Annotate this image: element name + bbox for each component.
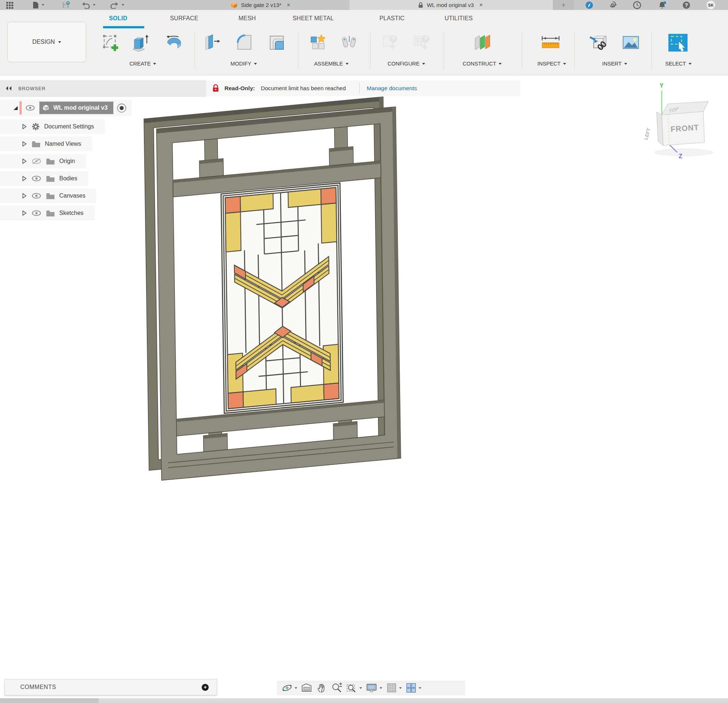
group-construct[interactable]: CONSTRUCT xyxy=(453,61,511,66)
construct-plane-button[interactable] xyxy=(472,31,493,54)
job-status-button[interactable] xyxy=(632,0,642,10)
readonly-lock-icon xyxy=(212,84,220,93)
add-comment-icon[interactable]: + xyxy=(202,684,209,691)
notifications-button[interactable] xyxy=(657,0,667,10)
document-tab-wl-mod[interactable]: WL mod original v3 ✕ xyxy=(350,0,553,10)
user-avatar[interactable]: SK xyxy=(707,1,715,9)
group-configure[interactable]: CONFIGURE xyxy=(377,61,436,66)
extrude-button[interactable] xyxy=(130,31,151,54)
browser-item-bodies[interactable]: Bodies xyxy=(0,171,88,186)
visibility-eye-icon[interactable] xyxy=(25,104,35,111)
file-menu-button[interactable] xyxy=(28,0,49,10)
tab-utilities[interactable]: UTILITIES xyxy=(445,15,472,22)
tab-plastic[interactable]: PLASTIC xyxy=(380,15,404,22)
expand-arrow-icon[interactable] xyxy=(22,193,26,199)
fusion-extension-button[interactable] xyxy=(585,0,594,10)
zoom-window-button[interactable] xyxy=(346,682,362,694)
file-menu-caret-icon xyxy=(42,4,44,6)
insert-canvas-button[interactable] xyxy=(620,31,641,54)
browser-item-named-views[interactable]: Named Views xyxy=(0,137,92,151)
viewcube-cube[interactable]: FRONT LEFT TOP xyxy=(643,102,708,145)
group-inspect[interactable]: INSPECT xyxy=(522,61,581,66)
revolve-button[interactable] xyxy=(163,31,185,54)
document-tab-side-gate[interactable]: Side gate 2 v13* ✕ xyxy=(173,0,350,10)
tab-sheet-metal[interactable]: SHEET METAL xyxy=(293,15,334,22)
group-create[interactable]: CREATE xyxy=(113,61,172,66)
caret-down-icon xyxy=(689,63,692,65)
press-pull-button[interactable] xyxy=(202,31,223,54)
configure-button[interactable] xyxy=(380,31,401,54)
app-menu-button[interactable] xyxy=(3,0,16,10)
configure-icon xyxy=(381,33,400,52)
comments-panel[interactable]: COMMENTS + xyxy=(4,679,217,695)
orbit-button[interactable] xyxy=(281,682,298,694)
select-button[interactable] xyxy=(667,31,688,54)
group-label: MODIFY xyxy=(230,61,251,66)
browser-item-canvases[interactable]: Canvases xyxy=(0,188,97,203)
tab-solid[interactable]: SOLID xyxy=(109,15,127,22)
create-sketch-button[interactable] xyxy=(100,31,121,54)
comments-label: COMMENTS xyxy=(20,684,56,690)
visibility-eye-icon[interactable] xyxy=(32,175,42,182)
extensions-button[interactable] xyxy=(608,0,618,10)
model-canvas[interactable] xyxy=(0,76,728,703)
display-settings-button[interactable] xyxy=(365,682,383,694)
folder-icon xyxy=(32,141,40,147)
browser-panel-header[interactable]: BROWSER xyxy=(0,80,206,97)
browser-item-origin[interactable]: Origin xyxy=(0,154,86,169)
design-workspace-menu[interactable]: DESIGN xyxy=(7,22,86,62)
expanded-arrow-icon[interactable] xyxy=(13,105,19,111)
measure-button[interactable] xyxy=(540,31,561,54)
browser-item-sketches[interactable]: Sketches xyxy=(0,206,95,221)
pan-hand-icon xyxy=(316,682,328,694)
visibility-off-eye-icon[interactable] xyxy=(32,157,42,165)
close-tab-icon[interactable]: ✕ xyxy=(285,2,292,8)
browser-item-document-settings[interactable]: Document Settings xyxy=(0,119,105,134)
expand-arrow-icon[interactable] xyxy=(22,141,26,147)
save-button[interactable] xyxy=(60,0,72,10)
pan-button[interactable] xyxy=(316,682,328,694)
new-component-button[interactable] xyxy=(308,31,329,54)
grid-snap-button[interactable] xyxy=(386,682,402,694)
visibility-eye-icon[interactable] xyxy=(32,209,42,217)
close-tab-icon[interactable]: ✕ xyxy=(477,2,484,8)
zoom-button[interactable] xyxy=(331,682,343,694)
viewports-button[interactable] xyxy=(405,682,422,694)
shell-button[interactable] xyxy=(266,31,287,54)
viewcube-left-face: LEFT xyxy=(643,127,651,140)
fillet-button[interactable] xyxy=(234,31,255,54)
collapse-panel-icon[interactable] xyxy=(5,86,13,91)
new-document-button[interactable]: + xyxy=(553,0,574,10)
configuration-table-button[interactable] xyxy=(412,31,433,54)
root-item-label-box[interactable]: WL mod original v3 xyxy=(39,102,113,114)
group-modify[interactable]: MODIFY xyxy=(214,61,273,66)
group-assemble[interactable]: ASSEMBLE xyxy=(302,61,361,66)
active-component-radio[interactable] xyxy=(117,103,126,113)
caret-down-icon xyxy=(380,687,382,689)
expand-arrow-icon[interactable] xyxy=(22,210,26,216)
browser-panel-title: BROWSER xyxy=(19,86,46,91)
viewcube[interactable]: Y Z FRONT LEFT TOP xyxy=(631,79,724,172)
look-at-button[interactable] xyxy=(301,682,312,694)
document-tabbar: Side gate 2 v13* ✕ WL mod original v3 ✕ … xyxy=(0,0,728,10)
help-button[interactable]: ? xyxy=(682,0,691,10)
group-select[interactable]: SELECT xyxy=(649,61,708,66)
expand-arrow-icon[interactable] xyxy=(22,176,26,182)
tab-mesh[interactable]: MESH xyxy=(238,15,256,22)
visibility-eye-icon[interactable] xyxy=(32,192,42,199)
tab-surface[interactable]: SURFACE xyxy=(170,15,198,22)
insert-link-icon xyxy=(589,33,609,52)
group-insert[interactable]: INSERT xyxy=(585,61,644,66)
manage-documents-link[interactable]: Manage documents xyxy=(367,85,417,92)
browser-root-item[interactable]: WL mod original v3 xyxy=(0,100,131,116)
redo-button[interactable] xyxy=(107,0,127,10)
undo-button[interactable] xyxy=(78,0,99,10)
joint-button[interactable] xyxy=(339,31,360,54)
expand-arrow-icon[interactable] xyxy=(22,158,26,164)
group-label: SELECT xyxy=(665,61,686,66)
expand-arrow-icon[interactable] xyxy=(22,124,26,130)
root-item-label: WL mod original v3 xyxy=(53,104,107,111)
insert-derive-button[interactable] xyxy=(588,31,610,54)
orbit-icon xyxy=(281,682,293,694)
zoom-icon xyxy=(331,682,343,694)
